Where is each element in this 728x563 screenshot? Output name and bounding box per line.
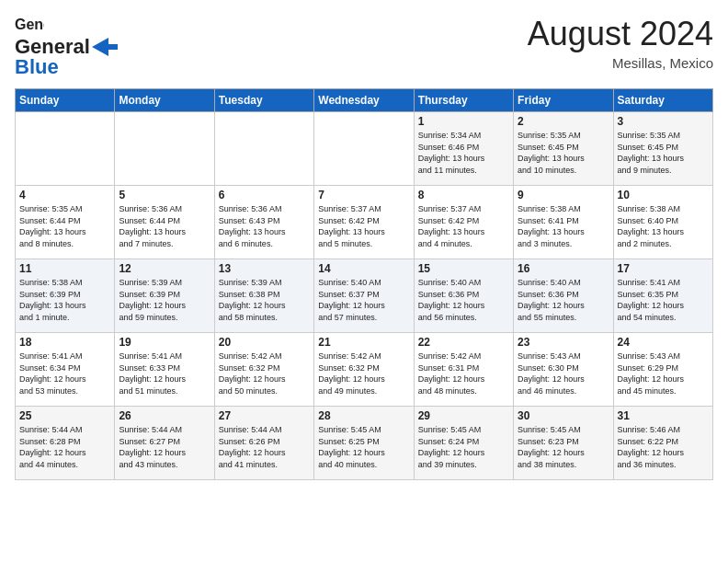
calendar-cell: 11Sunrise: 5:38 AM Sunset: 6:39 PM Dayli…: [16, 259, 115, 333]
day-info: Sunrise: 5:39 AM Sunset: 6:38 PM Dayligh…: [219, 277, 310, 323]
weekday-header: Thursday: [414, 89, 513, 112]
day-info: Sunrise: 5:37 AM Sunset: 6:42 PM Dayligh…: [318, 203, 409, 249]
calendar-row: 11Sunrise: 5:38 AM Sunset: 6:39 PM Dayli…: [16, 259, 713, 333]
weekday-header: Tuesday: [214, 89, 313, 112]
day-number: 24: [618, 336, 709, 349]
day-number: 13: [219, 262, 310, 275]
day-number: 23: [518, 336, 609, 349]
logo-arrow-icon: [92, 38, 118, 56]
calendar-cell: 10Sunrise: 5:38 AM Sunset: 6:40 PM Dayli…: [613, 186, 712, 259]
day-info: Sunrise: 5:38 AM Sunset: 6:40 PM Dayligh…: [618, 203, 709, 249]
day-number: 29: [418, 409, 509, 422]
logo: General General Blue: [15, 15, 118, 79]
calendar-cell: 17Sunrise: 5:41 AM Sunset: 6:35 PM Dayli…: [613, 259, 712, 333]
calendar-row: 4Sunrise: 5:35 AM Sunset: 6:44 PM Daylig…: [16, 186, 713, 259]
day-info: Sunrise: 5:41 AM Sunset: 6:33 PM Dayligh…: [119, 350, 210, 396]
calendar-cell: 21Sunrise: 5:42 AM Sunset: 6:32 PM Dayli…: [314, 333, 414, 407]
calendar-cell: 6Sunrise: 5:36 AM Sunset: 6:43 PM Daylig…: [214, 186, 313, 259]
day-info: Sunrise: 5:34 AM Sunset: 6:46 PM Dayligh…: [418, 130, 509, 176]
day-info: Sunrise: 5:37 AM Sunset: 6:42 PM Dayligh…: [418, 203, 509, 249]
calendar-cell: 31Sunrise: 5:46 AM Sunset: 6:22 PM Dayli…: [613, 407, 712, 480]
weekday-header-row: SundayMondayTuesdayWednesdayThursdayFrid…: [16, 89, 713, 112]
calendar-cell: 15Sunrise: 5:40 AM Sunset: 6:36 PM Dayli…: [414, 259, 513, 333]
day-number: 10: [618, 189, 709, 201]
logo-icon: General: [15, 15, 44, 35]
calendar-cell: 2Sunrise: 5:35 AM Sunset: 6:45 PM Daylig…: [514, 112, 613, 186]
calendar-cell: 1Sunrise: 5:34 AM Sunset: 6:46 PM Daylig…: [414, 112, 513, 186]
calendar-cell: 13Sunrise: 5:39 AM Sunset: 6:38 PM Dayli…: [214, 259, 313, 333]
weekday-header: Sunday: [16, 89, 115, 112]
calendar-table: SundayMondayTuesdayWednesdayThursdayFrid…: [15, 88, 713, 480]
day-info: Sunrise: 5:45 AM Sunset: 6:25 PM Dayligh…: [318, 424, 409, 470]
day-info: Sunrise: 5:41 AM Sunset: 6:34 PM Dayligh…: [19, 350, 110, 396]
day-info: Sunrise: 5:42 AM Sunset: 6:32 PM Dayligh…: [318, 350, 409, 396]
day-number: 9: [518, 189, 609, 201]
calendar-cell: 30Sunrise: 5:45 AM Sunset: 6:23 PM Dayli…: [514, 407, 613, 480]
calendar-cell: 26Sunrise: 5:44 AM Sunset: 6:27 PM Dayli…: [115, 407, 214, 480]
svg-text:General: General: [15, 17, 44, 32]
weekday-header: Saturday: [613, 89, 712, 112]
day-number: 14: [318, 262, 409, 275]
day-number: 12: [119, 262, 210, 275]
calendar-row: 25Sunrise: 5:44 AM Sunset: 6:28 PM Dayli…: [16, 407, 713, 480]
day-info: Sunrise: 5:40 AM Sunset: 6:36 PM Dayligh…: [518, 277, 609, 323]
day-info: Sunrise: 5:35 AM Sunset: 6:45 PM Dayligh…: [518, 130, 609, 176]
day-number: 15: [418, 262, 509, 275]
calendar-cell: 25Sunrise: 5:44 AM Sunset: 6:28 PM Dayli…: [16, 407, 115, 480]
day-number: 20: [219, 336, 310, 349]
day-info: Sunrise: 5:45 AM Sunset: 6:24 PM Dayligh…: [418, 424, 509, 470]
day-info: Sunrise: 5:44 AM Sunset: 6:28 PM Dayligh…: [19, 424, 110, 470]
day-number: 2: [518, 115, 609, 128]
title-area: August 2024 Mesillas, Mexico: [528, 15, 713, 71]
weekday-header: Monday: [115, 89, 214, 112]
day-number: 21: [318, 336, 409, 349]
calendar-cell: 5Sunrise: 5:36 AM Sunset: 6:44 PM Daylig…: [115, 186, 214, 259]
weekday-header: Friday: [514, 89, 613, 112]
day-number: 3: [618, 115, 709, 128]
day-number: 27: [219, 409, 310, 422]
day-number: 1: [418, 115, 509, 128]
day-info: Sunrise: 5:38 AM Sunset: 6:39 PM Dayligh…: [19, 277, 110, 323]
calendar-cell: 18Sunrise: 5:41 AM Sunset: 6:34 PM Dayli…: [16, 333, 115, 407]
day-info: Sunrise: 5:38 AM Sunset: 6:41 PM Dayligh…: [518, 203, 609, 249]
day-number: 25: [19, 409, 110, 422]
day-info: Sunrise: 5:42 AM Sunset: 6:32 PM Dayligh…: [219, 350, 310, 396]
page-header: General General Blue August 2024 Mesilla…: [15, 15, 713, 79]
calendar-cell: 4Sunrise: 5:35 AM Sunset: 6:44 PM Daylig…: [16, 186, 115, 259]
day-info: Sunrise: 5:39 AM Sunset: 6:39 PM Dayligh…: [119, 277, 210, 323]
calendar-cell: 16Sunrise: 5:40 AM Sunset: 6:36 PM Dayli…: [514, 259, 613, 333]
month-title: August 2024: [528, 15, 713, 53]
day-number: 6: [219, 189, 310, 201]
calendar-cell: [214, 112, 313, 186]
day-info: Sunrise: 5:35 AM Sunset: 6:44 PM Dayligh…: [19, 203, 110, 249]
day-number: 19: [119, 336, 210, 349]
day-info: Sunrise: 5:42 AM Sunset: 6:31 PM Dayligh…: [418, 350, 509, 396]
day-info: Sunrise: 5:43 AM Sunset: 6:30 PM Dayligh…: [518, 350, 609, 396]
calendar-cell: 19Sunrise: 5:41 AM Sunset: 6:33 PM Dayli…: [115, 333, 214, 407]
day-number: 28: [318, 409, 409, 422]
calendar-cell: [314, 112, 414, 186]
day-info: Sunrise: 5:36 AM Sunset: 6:44 PM Dayligh…: [119, 203, 210, 249]
calendar-cell: 27Sunrise: 5:44 AM Sunset: 6:26 PM Dayli…: [214, 407, 313, 480]
day-number: 17: [618, 262, 709, 275]
calendar-cell: 22Sunrise: 5:42 AM Sunset: 6:31 PM Dayli…: [414, 333, 513, 407]
svg-marker-1: [92, 38, 118, 56]
day-number: 26: [119, 409, 210, 422]
calendar-cell: 8Sunrise: 5:37 AM Sunset: 6:42 PM Daylig…: [414, 186, 513, 259]
day-number: 5: [119, 189, 210, 201]
calendar-cell: 9Sunrise: 5:38 AM Sunset: 6:41 PM Daylig…: [514, 186, 613, 259]
calendar-row: 1Sunrise: 5:34 AM Sunset: 6:46 PM Daylig…: [16, 112, 713, 186]
day-info: Sunrise: 5:44 AM Sunset: 6:26 PM Dayligh…: [219, 424, 310, 470]
calendar-cell: 20Sunrise: 5:42 AM Sunset: 6:32 PM Dayli…: [214, 333, 313, 407]
calendar-cell: 7Sunrise: 5:37 AM Sunset: 6:42 PM Daylig…: [314, 186, 414, 259]
calendar-cell: [115, 112, 214, 186]
day-number: 18: [19, 336, 110, 349]
day-info: Sunrise: 5:45 AM Sunset: 6:23 PM Dayligh…: [518, 424, 609, 470]
calendar-cell: 23Sunrise: 5:43 AM Sunset: 6:30 PM Dayli…: [514, 333, 613, 407]
day-info: Sunrise: 5:40 AM Sunset: 6:36 PM Dayligh…: [418, 277, 509, 323]
day-info: Sunrise: 5:35 AM Sunset: 6:45 PM Dayligh…: [618, 130, 709, 176]
day-number: 11: [19, 262, 110, 275]
calendar-row: 18Sunrise: 5:41 AM Sunset: 6:34 PM Dayli…: [16, 333, 713, 407]
day-info: Sunrise: 5:46 AM Sunset: 6:22 PM Dayligh…: [618, 424, 709, 470]
calendar-cell: 14Sunrise: 5:40 AM Sunset: 6:37 PM Dayli…: [314, 259, 414, 333]
